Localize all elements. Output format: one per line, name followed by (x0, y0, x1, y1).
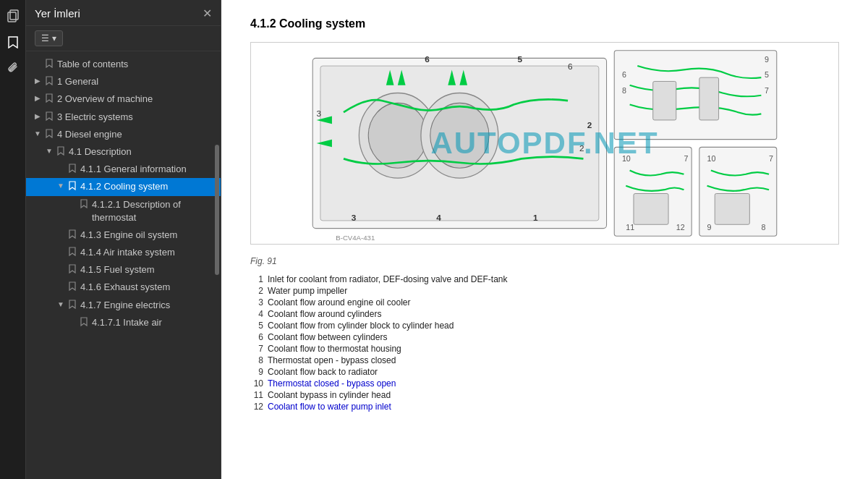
legend-item: 3 Coolant flow around engine oil cooler (250, 297, 839, 308)
tree-label: 1 General (55, 75, 215, 88)
bookmark-mark-icon (43, 93, 55, 103)
bookmark-tool-icon[interactable] (3, 32, 23, 52)
legend-text: Coolant flow to water pump inlet (268, 402, 391, 412)
legend-text: Thermostat closed - bypass open (268, 378, 396, 389)
legend-number: 7 (250, 344, 263, 354)
legend-number: 5 (250, 321, 263, 331)
svg-text:3: 3 (352, 213, 357, 222)
svg-text:7: 7 (769, 154, 773, 163)
bookmark-mark-icon (67, 281, 78, 291)
svg-rect-28 (634, 194, 668, 225)
legend-text: Water pump impeller (268, 286, 347, 296)
svg-text:6: 6 (622, 70, 626, 79)
svg-point-7 (430, 103, 489, 168)
tree-label: 4.1 Description (67, 145, 215, 158)
tree-item-s2[interactable]: ▶ 2 Overview of machine (26, 90, 221, 108)
tree-label: 4.1.6 Exhaust system (78, 281, 215, 294)
bookmark-mark-icon (55, 145, 67, 156)
sidebar-title: Yer İmleri (35, 7, 80, 20)
tree-item-s3[interactable]: ▶ 3 Electric systems (26, 109, 221, 126)
tree-label: 4.1.1 General information (78, 163, 215, 176)
tree-item-s411[interactable]: 4.1.1 General information (26, 161, 221, 178)
svg-rect-23 (653, 81, 676, 119)
legend-item: 5 Coolant flow from cylinder block to cy… (250, 320, 839, 331)
legend-text: Coolant flow between cylinders (268, 332, 387, 342)
legend-item: 6 Coolant flow between cylinders (250, 331, 839, 343)
bookmark-mark-icon (67, 246, 78, 256)
legend-text: Coolant flow from cylinder block to cyli… (268, 321, 454, 331)
svg-text:2: 2 (587, 120, 592, 130)
legend-item: 1 Inlet for coolant from radiator, DEF-d… (250, 274, 839, 285)
legend-text: Coolant flow around cylinders (268, 309, 381, 319)
tree-item-s412[interactable]: ▼ 4.1.2 Cooling system (26, 178, 221, 195)
tree-label: 3 Electric systems (55, 111, 215, 124)
bookmark-mark-icon (43, 111, 55, 121)
sidebar-toolbar-menu-button[interactable]: ☰▾ (35, 30, 63, 46)
tree-item-s41[interactable]: ▼ 4.1 Description (26, 143, 221, 161)
tree-arrow: ▶ (32, 93, 43, 103)
svg-text:8: 8 (622, 86, 626, 95)
legend-number: 12 (250, 402, 263, 412)
legend-number: 10 (250, 378, 263, 389)
bookmark-mark-icon (67, 263, 78, 274)
legend-item: 4 Coolant flow around cylinders (250, 308, 839, 320)
svg-text:7: 7 (765, 86, 769, 95)
engine-diagram-svg: 2 6 3 9 5 7 8 6 10 7 (251, 43, 838, 244)
tree-label: 4.1.2.1 Description of thermostat (90, 198, 215, 224)
svg-text:10: 10 (622, 154, 631, 163)
svg-point-5 (368, 103, 427, 168)
legend-item: 2 Water pump impeller (250, 285, 839, 297)
paperclip-tool-icon[interactable] (3, 58, 23, 78)
tree-item-s414[interactable]: 4.1.4 Air intake system (26, 244, 221, 261)
copy-tool-icon[interactable] (3, 6, 23, 26)
svg-text:5: 5 (518, 54, 523, 64)
legend-text: Inlet for coolant from radiator, DEF-dos… (268, 274, 507, 284)
legend-number: 6 (250, 332, 263, 342)
tree-item-toc[interactable]: Table of contents (26, 56, 221, 73)
svg-text:8: 8 (761, 223, 765, 232)
tree-item-s413[interactable]: 4.1.3 Engine oil system (26, 226, 221, 244)
tree-item-s416[interactable]: 4.1.6 Exhaust system (26, 279, 221, 296)
svg-text:3: 3 (317, 109, 322, 118)
legend-text: Thermostat open - bypass closed (268, 355, 396, 365)
legend-number: 2 (250, 286, 263, 296)
legend-number: 1 (250, 274, 263, 284)
tree-item-s4[interactable]: ▼ 4 Diesel engine (26, 126, 221, 143)
tree-item-s1[interactable]: ▶ 1 General (26, 73, 221, 90)
bookmark-mark-icon (43, 75, 55, 85)
tree-label: Table of contents (55, 58, 215, 71)
legend-item: 9 Coolant flow back to radiator (250, 366, 839, 378)
tree-label: 4.1.7.1 Intake air (90, 316, 215, 329)
svg-text:11: 11 (626, 223, 634, 232)
legend-number: 4 (250, 309, 263, 319)
bookmark-mark-icon (67, 299, 78, 309)
tree-item-s4121[interactable]: 4.1.2.1 Description of thermostat (26, 196, 221, 226)
svg-text:9: 9 (765, 55, 769, 64)
tree-arrow: ▼ (55, 180, 67, 191)
tree-label: 4.1.7 Engine electrics (78, 299, 215, 312)
legend-item: 11 Coolant bypass in cylinder head (250, 389, 839, 401)
svg-text:7: 7 (684, 154, 688, 163)
svg-text:6: 6 (568, 62, 573, 71)
legend-text: Coolant flow back to radiator (268, 367, 378, 377)
tree-label: 2 Overview of machine (55, 93, 215, 106)
bookmark-mark-icon (67, 229, 78, 239)
sidebar-close-button[interactable]: ✕ (203, 8, 212, 20)
tree-label: 4.1.2 Cooling system (78, 180, 215, 193)
svg-text:1: 1 (533, 213, 538, 222)
bookmark-mark-icon (43, 128, 55, 138)
bookmark-mark-icon (78, 316, 90, 326)
sidebar-tree: Table of contents ▶ 1 General ▶ 2 Overvi… (26, 51, 221, 479)
svg-text:B-CV4A-431: B-CV4A-431 (336, 234, 375, 242)
legend-number: 3 (250, 297, 263, 308)
legend-number: 11 (250, 390, 263, 400)
tree-item-s415[interactable]: 4.1.5 Fuel system (26, 261, 221, 279)
svg-rect-24 (699, 77, 719, 120)
tree-item-s417[interactable]: ▼ 4.1.7 Engine electrics (26, 297, 221, 314)
legend-list: 1 Inlet for coolant from radiator, DEF-d… (250, 274, 839, 412)
tree-label: 4.1.3 Engine oil system (78, 229, 215, 242)
legend-number: 9 (250, 367, 263, 377)
tree-item-s4171[interactable]: 4.1.7.1 Intake air (26, 314, 221, 331)
svg-rect-1 (10, 10, 18, 20)
svg-text:5: 5 (765, 70, 769, 79)
